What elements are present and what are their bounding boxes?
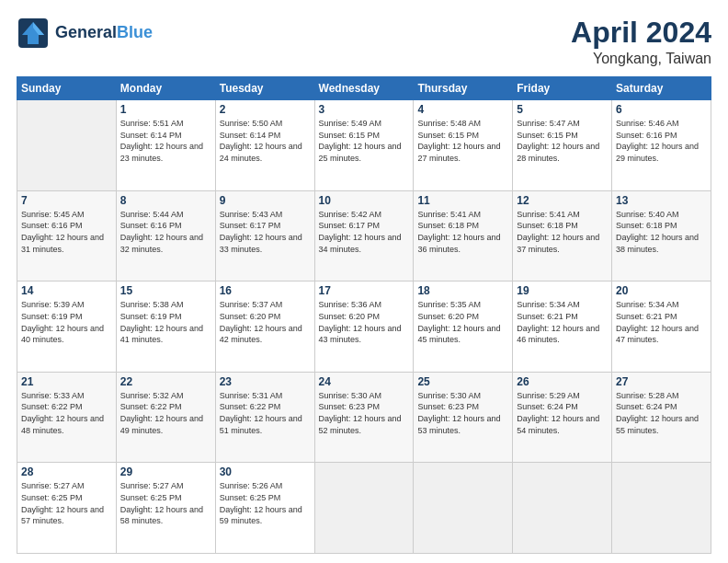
- calendar-cell: 27Sunrise: 5:28 AM Sunset: 6:24 PM Dayli…: [612, 372, 711, 463]
- logo-text: GeneralBlue: [55, 24, 153, 42]
- calendar-cell: 24Sunrise: 5:30 AM Sunset: 6:23 PM Dayli…: [314, 372, 414, 463]
- header: GeneralBlue April 2024 Yongkang, Taiwan: [17, 17, 711, 67]
- calendar-cell: 7Sunrise: 5:45 AM Sunset: 6:16 PM Daylig…: [17, 190, 117, 282]
- day-number: 18: [417, 284, 508, 297]
- day-info: Sunrise: 5:50 AM Sunset: 6:14 PM Dayligh…: [220, 118, 311, 164]
- calendar-header-row: Sunday Monday Tuesday Wednesday Thursday…: [17, 77, 711, 100]
- day-number: 23: [220, 375, 311, 388]
- day-info: Sunrise: 5:27 AM Sunset: 6:25 PM Dayligh…: [120, 480, 211, 526]
- col-wednesday: Wednesday: [314, 77, 414, 100]
- calendar-week-1: 7Sunrise: 5:45 AM Sunset: 6:16 PM Daylig…: [17, 190, 711, 282]
- calendar-week-2: 14Sunrise: 5:39 AM Sunset: 6:19 PM Dayli…: [17, 282, 711, 373]
- day-info: Sunrise: 5:26 AM Sunset: 6:25 PM Dayligh…: [220, 480, 311, 526]
- calendar-cell: 14Sunrise: 5:39 AM Sunset: 6:19 PM Dayli…: [17, 282, 117, 373]
- day-info: Sunrise: 5:30 AM Sunset: 6:23 PM Dayligh…: [319, 390, 410, 436]
- day-number: 17: [319, 284, 410, 297]
- calendar-cell: 20Sunrise: 5:34 AM Sunset: 6:21 PM Dayli…: [612, 282, 711, 373]
- day-number: 25: [417, 375, 508, 388]
- calendar-cell: 1Sunrise: 5:51 AM Sunset: 6:14 PM Daylig…: [116, 100, 215, 191]
- day-info: Sunrise: 5:48 AM Sunset: 6:15 PM Dayligh…: [417, 118, 508, 164]
- calendar-cell: 9Sunrise: 5:43 AM Sunset: 6:17 PM Daylig…: [215, 190, 314, 282]
- day-number: 26: [517, 375, 608, 388]
- day-info: Sunrise: 5:39 AM Sunset: 6:19 PM Dayligh…: [21, 299, 112, 345]
- day-info: Sunrise: 5:45 AM Sunset: 6:16 PM Dayligh…: [21, 209, 112, 255]
- calendar-cell: 5Sunrise: 5:47 AM Sunset: 6:15 PM Daylig…: [513, 100, 612, 191]
- title-block: April 2024 Yongkang, Taiwan: [571, 17, 711, 67]
- day-info: Sunrise: 5:43 AM Sunset: 6:17 PM Dayligh…: [220, 209, 311, 255]
- calendar-week-4: 28Sunrise: 5:27 AM Sunset: 6:25 PM Dayli…: [17, 463, 711, 554]
- calendar-cell: 13Sunrise: 5:40 AM Sunset: 6:18 PM Dayli…: [612, 190, 711, 282]
- day-info: Sunrise: 5:32 AM Sunset: 6:22 PM Dayligh…: [120, 390, 211, 436]
- calendar-cell: [414, 463, 513, 554]
- day-number: 5: [517, 103, 608, 116]
- logo-blue: Blue: [117, 23, 153, 41]
- day-info: Sunrise: 5:37 AM Sunset: 6:20 PM Dayligh…: [220, 299, 311, 345]
- day-info: Sunrise: 5:38 AM Sunset: 6:19 PM Dayligh…: [120, 299, 211, 345]
- day-number: 21: [21, 375, 112, 388]
- calendar-cell: 19Sunrise: 5:34 AM Sunset: 6:21 PM Dayli…: [513, 282, 612, 373]
- calendar-week-0: 1Sunrise: 5:51 AM Sunset: 6:14 PM Daylig…: [17, 100, 711, 191]
- day-number: 6: [616, 103, 707, 116]
- calendar-cell: 17Sunrise: 5:36 AM Sunset: 6:20 PM Dayli…: [314, 282, 414, 373]
- day-info: Sunrise: 5:27 AM Sunset: 6:25 PM Dayligh…: [21, 480, 112, 526]
- logo-icon: [17, 17, 50, 50]
- calendar-cell: 11Sunrise: 5:41 AM Sunset: 6:18 PM Dayli…: [414, 190, 513, 282]
- day-number: 4: [417, 103, 508, 116]
- calendar-cell: 10Sunrise: 5:42 AM Sunset: 6:17 PM Dayli…: [314, 190, 414, 282]
- day-number: 11: [417, 194, 508, 207]
- day-number: 20: [616, 284, 707, 297]
- day-number: 9: [220, 194, 311, 207]
- calendar-table: Sunday Monday Tuesday Wednesday Thursday…: [17, 76, 711, 554]
- calendar-cell: 16Sunrise: 5:37 AM Sunset: 6:20 PM Dayli…: [215, 282, 314, 373]
- logo: GeneralBlue: [17, 17, 153, 50]
- calendar-cell: 25Sunrise: 5:30 AM Sunset: 6:23 PM Dayli…: [414, 372, 513, 463]
- calendar-cell: 15Sunrise: 5:38 AM Sunset: 6:19 PM Dayli…: [116, 282, 215, 373]
- day-info: Sunrise: 5:41 AM Sunset: 6:18 PM Dayligh…: [517, 209, 608, 255]
- day-number: 3: [319, 103, 410, 116]
- day-number: 7: [21, 194, 112, 207]
- calendar-cell: 12Sunrise: 5:41 AM Sunset: 6:18 PM Dayli…: [513, 190, 612, 282]
- col-monday: Monday: [116, 77, 215, 100]
- day-number: 1: [120, 103, 211, 116]
- calendar-cell: 26Sunrise: 5:29 AM Sunset: 6:24 PM Dayli…: [513, 372, 612, 463]
- day-number: 12: [517, 194, 608, 207]
- day-info: Sunrise: 5:49 AM Sunset: 6:15 PM Dayligh…: [319, 118, 410, 164]
- calendar-cell: 28Sunrise: 5:27 AM Sunset: 6:25 PM Dayli…: [17, 463, 117, 554]
- day-info: Sunrise: 5:51 AM Sunset: 6:14 PM Dayligh…: [120, 118, 211, 164]
- calendar-cell: 4Sunrise: 5:48 AM Sunset: 6:15 PM Daylig…: [414, 100, 513, 191]
- day-info: Sunrise: 5:40 AM Sunset: 6:18 PM Dayligh…: [616, 209, 707, 255]
- day-info: Sunrise: 5:29 AM Sunset: 6:24 PM Dayligh…: [517, 390, 608, 436]
- calendar-subtitle: Yongkang, Taiwan: [571, 51, 711, 67]
- page: GeneralBlue April 2024 Yongkang, Taiwan …: [0, 0, 728, 563]
- day-info: Sunrise: 5:30 AM Sunset: 6:23 PM Dayligh…: [417, 390, 508, 436]
- day-info: Sunrise: 5:33 AM Sunset: 6:22 PM Dayligh…: [21, 390, 112, 436]
- day-info: Sunrise: 5:34 AM Sunset: 6:21 PM Dayligh…: [517, 299, 608, 345]
- day-number: 14: [21, 284, 112, 297]
- calendar-title: April 2024: [571, 17, 711, 49]
- calendar-cell: 29Sunrise: 5:27 AM Sunset: 6:25 PM Dayli…: [116, 463, 215, 554]
- calendar-cell: 30Sunrise: 5:26 AM Sunset: 6:25 PM Dayli…: [215, 463, 314, 554]
- calendar-week-3: 21Sunrise: 5:33 AM Sunset: 6:22 PM Dayli…: [17, 372, 711, 463]
- col-thursday: Thursday: [414, 77, 513, 100]
- logo-general: General: [55, 23, 117, 41]
- day-number: 22: [120, 375, 211, 388]
- day-info: Sunrise: 5:46 AM Sunset: 6:16 PM Dayligh…: [616, 118, 707, 164]
- day-number: 2: [220, 103, 311, 116]
- calendar-cell: 6Sunrise: 5:46 AM Sunset: 6:16 PM Daylig…: [612, 100, 711, 191]
- day-number: 28: [21, 465, 112, 478]
- day-number: 24: [319, 375, 410, 388]
- day-info: Sunrise: 5:36 AM Sunset: 6:20 PM Dayligh…: [319, 299, 410, 345]
- day-number: 27: [616, 375, 707, 388]
- day-info: Sunrise: 5:31 AM Sunset: 6:22 PM Dayligh…: [220, 390, 311, 436]
- calendar-cell: 22Sunrise: 5:32 AM Sunset: 6:22 PM Dayli…: [116, 372, 215, 463]
- calendar-cell: 8Sunrise: 5:44 AM Sunset: 6:16 PM Daylig…: [116, 190, 215, 282]
- day-number: 19: [517, 284, 608, 297]
- day-info: Sunrise: 5:47 AM Sunset: 6:15 PM Dayligh…: [517, 118, 608, 164]
- day-number: 16: [220, 284, 311, 297]
- col-sunday: Sunday: [17, 77, 117, 100]
- day-number: 30: [220, 465, 311, 478]
- day-number: 29: [120, 465, 211, 478]
- calendar-cell: 3Sunrise: 5:49 AM Sunset: 6:15 PM Daylig…: [314, 100, 414, 191]
- day-info: Sunrise: 5:28 AM Sunset: 6:24 PM Dayligh…: [616, 390, 707, 436]
- day-info: Sunrise: 5:44 AM Sunset: 6:16 PM Dayligh…: [120, 209, 211, 255]
